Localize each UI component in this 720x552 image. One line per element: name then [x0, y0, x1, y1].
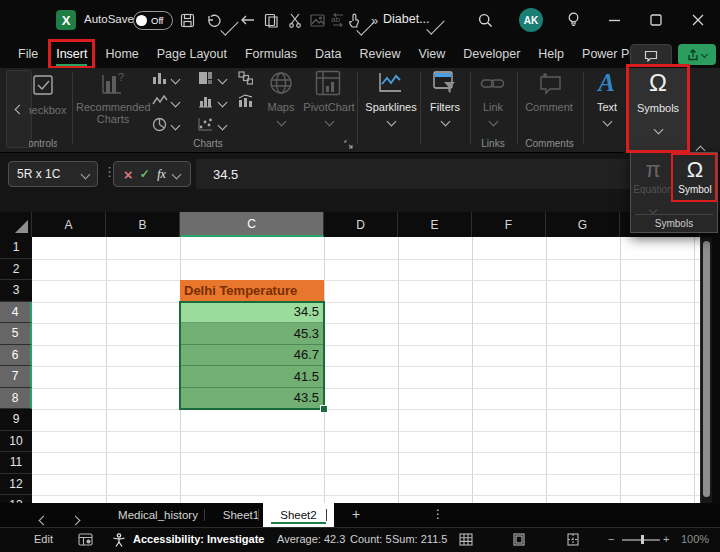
tab-home[interactable]: Home: [105, 47, 138, 61]
autosave-toggle[interactable]: Off: [133, 11, 173, 30]
text-icon[interactable]: A: [594, 69, 619, 97]
insert-waterfall-chart-icon[interactable]: [238, 71, 253, 85]
sheet-grid[interactable]: [32, 237, 700, 503]
row-header-7[interactable]: 7: [0, 366, 32, 388]
column-header-B[interactable]: B: [106, 212, 180, 237]
macro-record-icon[interactable]: [78, 533, 93, 546]
select-all-button[interactable]: [0, 212, 32, 237]
name-box[interactable]: 5R x 1C: [8, 161, 98, 187]
vertical-scrollbar[interactable]: [700, 237, 712, 503]
insert-scatter-chart-icon[interactable]: [198, 117, 213, 131]
column-header-D[interactable]: D: [324, 212, 398, 237]
column-header-C[interactable]: C: [180, 212, 324, 237]
page-layout-view-icon[interactable]: [512, 533, 526, 546]
insert-hierarchy-chart-icon[interactable]: [198, 71, 213, 85]
column-header-F[interactable]: F: [472, 212, 546, 237]
fx-chevron-icon[interactable]: [172, 169, 182, 179]
row-header-5[interactable]: 5: [0, 323, 32, 345]
add-sheet-button[interactable]: +: [352, 506, 360, 522]
text-chevron-icon[interactable]: [603, 117, 613, 127]
copy-icon[interactable]: [264, 11, 279, 29]
sheet-nav-right-icon[interactable]: [72, 510, 79, 528]
row-header-2[interactable]: 2: [0, 259, 32, 281]
symbol-menu-item[interactable]: Ω Symbol: [675, 157, 715, 195]
column-chart-chevron-icon[interactable]: [171, 75, 181, 85]
quick-access-overflow[interactable]: »: [371, 11, 378, 29]
zoom-slider-thumb[interactable]: [641, 535, 644, 544]
lightbulb-icon[interactable]: [567, 11, 580, 29]
undo-chevron-icon[interactable]: [220, 17, 238, 35]
symbols-button[interactable]: Ω Symbols: [628, 68, 688, 152]
insert-pie-chart-icon[interactable]: [152, 117, 167, 132]
row-header-11[interactable]: 11: [0, 452, 32, 474]
charts-dialog-launcher-icon[interactable]: [344, 140, 353, 149]
excel-logo-icon[interactable]: X: [56, 10, 76, 30]
sparklines-chevron-icon[interactable]: [387, 117, 397, 127]
hierarchy-chart-chevron-icon[interactable]: [218, 75, 228, 85]
row-header-10[interactable]: 10: [0, 431, 32, 453]
accessibility-status[interactable]: Accessibility: Investigate: [133, 533, 264, 545]
close-button[interactable]: [692, 11, 704, 29]
row-header-9[interactable]: 9: [0, 409, 32, 431]
checkbox-label[interactable]: Checkbox: [29, 104, 67, 116]
scatter-chart-chevron-icon[interactable]: [218, 121, 228, 131]
tab-review[interactable]: Review: [359, 47, 400, 61]
sparklines-icon[interactable]: [377, 70, 404, 95]
avatar[interactable]: AK: [519, 8, 543, 32]
tab-view[interactable]: View: [418, 47, 445, 61]
bar-chart-chevron-icon[interactable]: [218, 98, 228, 108]
cancel-icon[interactable]: ×: [124, 167, 133, 182]
checkbox-icon[interactable]: [32, 74, 54, 96]
zoom-level[interactable]: 100%: [681, 533, 709, 545]
column-header-G[interactable]: G: [546, 212, 620, 237]
tab-developer[interactable]: Developer: [463, 47, 520, 61]
maximize-button[interactable]: [650, 11, 662, 29]
document-title[interactable]: Diabet...: [383, 12, 430, 26]
undo-icon[interactable]: [206, 11, 222, 29]
back-arrow-icon[interactable]: [240, 11, 256, 29]
row-header-12[interactable]: 12: [0, 474, 32, 496]
comments-button[interactable]: [630, 44, 672, 67]
page-break-view-icon[interactable]: [566, 533, 580, 546]
row-header-6[interactable]: 6: [0, 345, 32, 367]
pie-chart-chevron-icon[interactable]: [171, 121, 181, 131]
tab-formulas[interactable]: Formulas: [245, 47, 297, 61]
zoom-in-button[interactable]: +: [663, 533, 669, 545]
filters-icon[interactable]: [432, 70, 457, 95]
cut-icon[interactable]: [288, 11, 302, 29]
vertical-scrollbar-thumb[interactable]: [703, 241, 710, 497]
filters-chevron-icon[interactable]: [441, 117, 451, 127]
row-header-8[interactable]: 8: [0, 388, 32, 410]
tab-data[interactable]: Data: [315, 47, 341, 61]
insert-line-chart-icon[interactable]: [152, 94, 168, 107]
sheet-tab-medical_history[interactable]: Medical_history: [97, 503, 219, 527]
column-header-E[interactable]: E: [398, 212, 472, 237]
insert-bar-chart-icon[interactable]: [198, 94, 213, 108]
column-header-A[interactable]: A: [32, 212, 106, 237]
sheet-more-button[interactable]: ⋮: [432, 507, 444, 521]
tab-file[interactable]: File: [18, 47, 38, 61]
insert-function-icon[interactable]: fx: [157, 167, 166, 182]
row-header-1[interactable]: 1: [0, 237, 32, 259]
row-header-4[interactable]: 4: [0, 302, 32, 324]
insert-column-chart-icon[interactable]: [152, 71, 167, 85]
tab-insert[interactable]: Insert: [56, 47, 87, 61]
minimize-button[interactable]: [608, 11, 621, 29]
filters-label[interactable]: Filters: [425, 101, 465, 113]
accessibility-icon[interactable]: [112, 533, 126, 547]
search-icon[interactable]: [478, 11, 493, 29]
normal-view-icon[interactable]: [459, 533, 473, 546]
tab-help[interactable]: Help: [538, 47, 564, 61]
enter-icon[interactable]: ✓: [140, 167, 150, 181]
sheet-tab-sheet2[interactable]: Sheet2: [263, 503, 334, 527]
zoom-out-button[interactable]: −: [608, 533, 614, 545]
sheet-nav-left-icon[interactable]: [40, 510, 47, 528]
row-header-3[interactable]: 3: [0, 280, 32, 302]
sparklines-label[interactable]: Sparklines: [362, 101, 420, 113]
share-button[interactable]: [678, 44, 716, 65]
save-icon[interactable]: [180, 11, 195, 29]
text-label[interactable]: Text: [592, 101, 622, 113]
line-chart-chevron-icon[interactable]: [171, 98, 181, 108]
insert-combo-chart-icon[interactable]: [238, 94, 253, 108]
tab-page-layout[interactable]: Page Layout: [157, 47, 227, 61]
